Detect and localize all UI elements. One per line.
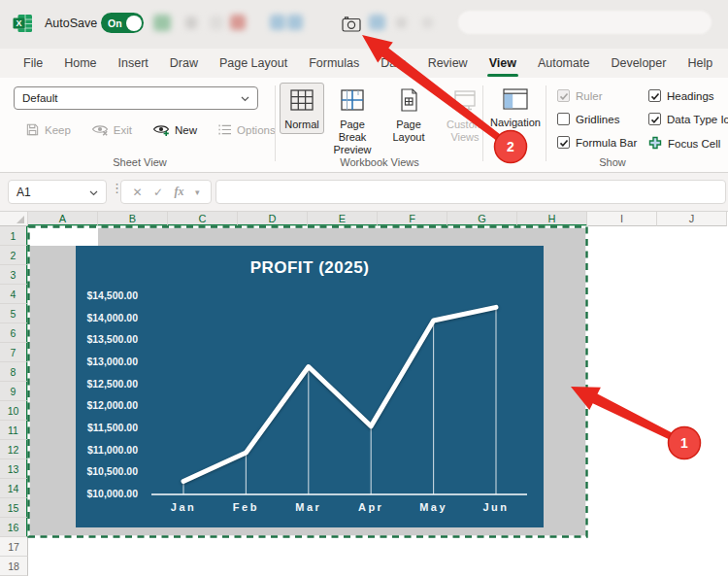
row-header-17[interactable]: 17: [0, 537, 28, 557]
page-break-preview-button[interactable]: Page Break Preview: [324, 83, 381, 159]
column-header-b[interactable]: B: [98, 212, 168, 226]
formula-buttons: ✕ ✓ fx ▾: [120, 180, 212, 204]
navigation-button[interactable]: Navigation: [485, 83, 546, 132]
new-button[interactable]: New: [152, 122, 197, 139]
navigation-icon: [502, 87, 529, 114]
camera-icon[interactable]: [340, 13, 363, 35]
exit-button[interactable]: Exit: [91, 122, 132, 139]
tab-formulas[interactable]: Formulas: [298, 49, 370, 78]
row-header-1[interactable]: 1: [0, 226, 28, 246]
tab-file[interactable]: File: [13, 49, 53, 78]
blurred-toolbar-icon: [230, 15, 246, 30]
tab-bar: FileHomeInsertDrawPage LayoutFormulasDat…: [0, 49, 728, 78]
row-header-14[interactable]: 14: [0, 479, 28, 498]
x-tick-label: May: [405, 501, 463, 513]
custom-views-icon: [452, 87, 478, 116]
row-header-15[interactable]: 15: [0, 498, 28, 518]
row-header-5[interactable]: 5: [0, 304, 28, 323]
tab-developer[interactable]: Developer: [600, 49, 677, 78]
ribbon: Default KeepExitNewOptions Sheet View No…: [0, 78, 728, 173]
row-header-11[interactable]: 11: [0, 421, 28, 440]
formula-input[interactable]: [215, 180, 726, 204]
blurred-toolbar-icon: [210, 16, 223, 30]
row-header-7[interactable]: 7: [0, 343, 28, 362]
page-layout-button[interactable]: Page Layout: [381, 83, 437, 147]
spreadsheet[interactable]: ABCDEFGHIJ 123456789101112131415161718 P…: [0, 212, 728, 577]
eye-x-icon: [91, 122, 109, 139]
chevron-down-icon: [89, 186, 98, 199]
active-cell: [29, 226, 98, 246]
x-tick-label: Mar: [280, 501, 338, 513]
tab-review[interactable]: Review: [417, 49, 479, 78]
normal-button[interactable]: Normal: [280, 83, 324, 134]
blurred-toolbar-icon: [270, 15, 285, 30]
show-option-ruler[interactable]: Ruler: [557, 89, 602, 102]
column-header-g[interactable]: G: [447, 212, 517, 226]
profit-chart[interactable]: PROFIT (2025) $10,000.00$10,500.00$11,00…: [76, 246, 544, 527]
row-header-4[interactable]: 4: [0, 285, 28, 304]
column-header-j[interactable]: J: [657, 212, 727, 226]
show-option-headings[interactable]: Headings: [648, 89, 714, 102]
ribbon-separator: [275, 85, 276, 161]
column-header-d[interactable]: D: [238, 212, 308, 226]
excel-logo-icon: X: [13, 14, 33, 33]
row-header-3[interactable]: 3: [0, 265, 28, 285]
blurred-toolbar-icon: [185, 17, 197, 29]
checkbox-icon: [557, 89, 570, 102]
name-box[interactable]: A1: [8, 180, 107, 204]
row-header-6[interactable]: 6: [0, 323, 28, 343]
chart-plot: [76, 246, 544, 527]
options-icon: [217, 123, 232, 138]
row-header-9[interactable]: 9: [0, 382, 28, 401]
show-option-focus-cell[interactable]: Focus Cell: [648, 136, 720, 152]
sheet-view-buttons: KeepExitNewOptions: [25, 119, 276, 142]
tab-home[interactable]: Home: [53, 49, 107, 78]
ribbon-group-navigation: Navigation: [483, 78, 547, 173]
autosave-toggle[interactable]: On: [101, 13, 144, 33]
column-header-h[interactable]: H: [517, 212, 587, 226]
blurred-toolbar-icon: [422, 17, 433, 28]
column-header-c[interactable]: C: [168, 212, 238, 226]
row-header-2[interactable]: 2: [0, 246, 28, 265]
show-option-gridlines[interactable]: Gridlines: [557, 113, 619, 125]
row-header-8[interactable]: 8: [0, 362, 28, 382]
row-header-18[interactable]: 18: [0, 557, 28, 576]
column-header-e[interactable]: E: [308, 212, 378, 226]
tab-automate[interactable]: Automate: [527, 49, 601, 78]
row-header-10[interactable]: 10: [0, 401, 28, 421]
cancel-icon[interactable]: ✕: [132, 186, 142, 199]
tab-view[interactable]: View: [479, 49, 527, 78]
tab-draw[interactable]: Draw: [159, 49, 209, 78]
checkbox-icon: [557, 136, 570, 149]
tab-page-layout[interactable]: Page Layout: [209, 49, 298, 78]
show-option-formula-bar[interactable]: Formula Bar: [557, 136, 637, 149]
column-header-i[interactable]: I: [587, 212, 657, 226]
tab-data[interactable]: Data: [370, 49, 416, 78]
group-label-sheet-view: Sheet View: [6, 156, 274, 168]
column-header-f[interactable]: F: [378, 212, 447, 226]
title-bar: X AutoSave On: [0, 0, 728, 49]
checkbox-icon: [648, 89, 661, 102]
svg-text:X: X: [16, 18, 21, 28]
row-header-16[interactable]: 16: [0, 518, 28, 537]
row-header-13[interactable]: 13: [0, 459, 28, 479]
column-header-a[interactable]: A: [28, 212, 98, 226]
ribbon-separator: [546, 85, 546, 161]
insert-function-button[interactable]: fx: [175, 185, 184, 199]
sheet-view-dropdown[interactable]: Default: [14, 86, 258, 110]
keep-button[interactable]: Keep: [25, 122, 71, 139]
normal-view-icon: [289, 87, 314, 116]
excel-window: X AutoSave On FileHomeInsertDrawPage Lay…: [0, 0, 728, 577]
blurred-toolbar-icon: [153, 15, 171, 31]
chevron-down-icon: ▾: [195, 187, 200, 197]
formula-bar: A1 ⋮ ✕ ✓ fx ▾: [0, 173, 728, 212]
show-option-data-type-icons[interactable]: Data Type Icons: [648, 113, 728, 125]
ribbon-group-sheet-view: Default KeepExitNewOptions Sheet View: [6, 78, 274, 173]
enter-check-icon[interactable]: ✓: [153, 186, 163, 199]
tab-help[interactable]: Help: [677, 49, 723, 78]
options-button[interactable]: Options: [217, 123, 276, 138]
row-header-12[interactable]: 12: [0, 440, 28, 459]
x-tick-label: Apr: [342, 501, 400, 513]
tab-insert[interactable]: Insert: [108, 49, 159, 78]
select-all-corner[interactable]: [0, 212, 28, 226]
